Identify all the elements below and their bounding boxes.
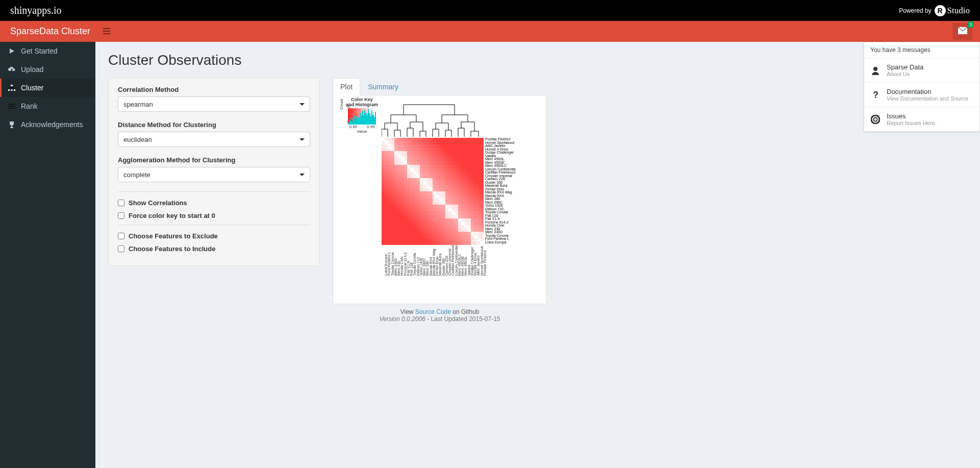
agglomeration-method-select[interactable]: complete	[118, 167, 310, 182]
agglomeration-method-label: Agglomeration Method for Clustering	[118, 156, 310, 164]
svg-rect-7	[8, 89, 10, 91]
color-key-ylabel: Count	[339, 99, 344, 110]
powered-by: Powered by R Studio	[899, 5, 970, 16]
sidebar-item-label: Upload	[21, 65, 43, 73]
envelope-icon	[958, 27, 967, 34]
message-title: Issues	[887, 112, 937, 120]
messages-dropdown: You have 3 messages Sparse DataAbout Us …	[864, 42, 980, 132]
rstudio-logo: R Studio	[935, 5, 970, 16]
exclude-features-checkbox[interactable]: Choose Features to Exclude	[118, 232, 310, 240]
heatmap-plot: Color Keyand Histogram Count 50 0 0.85 0…	[333, 95, 546, 304]
source-code-link[interactable]: Source Code	[415, 308, 451, 315]
include-features-checkbox[interactable]: Choose Features to Include	[118, 245, 310, 253]
force-zero-checkbox[interactable]: Force color key to start at 0	[118, 212, 310, 219]
svg-rect-9	[14, 89, 15, 91]
message-title: Sparse Data	[887, 63, 923, 71]
page-title: Cluster Observations	[108, 52, 967, 68]
sitemap-icon	[8, 85, 16, 91]
checkbox-input[interactable]	[118, 233, 124, 239]
platform-topbar: shinyapps.io Powered by R Studio	[0, 0, 980, 21]
correlation-method-label: Correlation Method	[118, 86, 310, 93]
main-content: You have 3 messages Sparse DataAbout Us …	[95, 42, 980, 468]
footer-version: Version 0.0.2006	[379, 315, 425, 323]
divider	[118, 225, 310, 225]
color-key-xticks: 0.85 0.95	[340, 125, 384, 129]
xtick: 0.95	[367, 125, 375, 129]
svg-marker-4	[10, 48, 14, 54]
color-key: Color Keyand Histogram Count 50 0 0.85 0…	[340, 97, 384, 134]
sidebar-item-get-started[interactable]: Get Started	[0, 42, 95, 60]
user-icon	[870, 66, 881, 75]
checkbox-input[interactable]	[118, 212, 124, 219]
sidebar-item-acknowledgements[interactable]: Acknowledgements	[0, 115, 95, 134]
checkbox-label: Choose Features to Exclude	[129, 232, 218, 240]
sidebar-item-label: Get Started	[21, 47, 58, 55]
color-key-histogram	[348, 108, 376, 125]
correlation-method-value: spearman	[123, 101, 153, 108]
sidebar-item-cluster[interactable]: Cluster	[0, 79, 95, 97]
powered-by-label: Powered by	[899, 7, 931, 14]
correlation-method-select[interactable]: spearman	[118, 96, 310, 112]
tab-plot[interactable]: Plot	[333, 78, 360, 95]
cloud-upload-icon	[8, 66, 16, 72]
list-icon	[8, 103, 16, 109]
svg-point-20	[873, 67, 877, 71]
xtick: 0.85	[349, 125, 357, 129]
chevron-down-icon	[299, 174, 305, 176]
sidebar-toggle-button[interactable]	[103, 28, 110, 36]
heatmap-row-labels: Pontiac FirebirdHornet SportaboutAMC Jav…	[485, 138, 516, 244]
rstudio-text: Studio	[947, 6, 970, 16]
svg-rect-18	[11, 126, 12, 127]
play-icon	[8, 48, 16, 54]
sidebar: Get Started Upload Cluster Rank Acknowle…	[0, 42, 95, 468]
heatmap-col-labels: Lotus EuropaFord Pantera LToyota CoronaM…	[382, 248, 484, 283]
message-item-sparse-data[interactable]: Sparse DataAbout Us	[864, 58, 979, 83]
sidebar-item-label: Acknowledgements	[21, 120, 83, 129]
controls-panel: Correlation Method spearman Distance Met…	[108, 78, 320, 266]
tab-summary[interactable]: Summary	[360, 78, 406, 95]
question-icon: ?	[870, 90, 881, 100]
hamburger-icon	[103, 28, 110, 34]
tabs: Plot Summary	[333, 78, 547, 95]
plot-tab-content: Color Keyand Histogram Count 50 0 0.85 0…	[333, 95, 547, 304]
svg-rect-6	[11, 85, 13, 86]
svg-text:?: ?	[873, 90, 878, 100]
svg-point-22	[871, 115, 880, 124]
distance-method-select[interactable]: euclidean	[118, 132, 310, 147]
checkbox-input[interactable]	[118, 245, 124, 252]
footer-updated: - Last Updated 2015-07-15	[425, 315, 500, 323]
checkbox-label: Show Correlations	[129, 199, 187, 207]
sidebar-item-label: Rank	[21, 102, 38, 110]
color-key-gradient	[348, 108, 376, 125]
platform-brand: shinyapps.io	[10, 5, 62, 16]
chevron-down-icon	[299, 103, 305, 106]
svg-rect-19	[10, 127, 13, 128]
messages-badge: 3	[967, 21, 974, 28]
messages-dropdown-header: You have 3 messages	[864, 42, 979, 58]
rstudio-r-icon: R	[935, 5, 946, 16]
agglomeration-method-value: complete	[123, 171, 150, 179]
sidebar-item-rank[interactable]: Rank	[0, 97, 95, 115]
message-item-issues[interactable]: IssuesReport Issues Here.	[864, 107, 979, 131]
message-desc: About Us	[887, 71, 923, 77]
footer: View Source Code on Github Version 0.0.2…	[333, 308, 547, 323]
sidebar-item-label: Cluster	[21, 84, 43, 92]
messages-button[interactable]: 3	[953, 23, 972, 40]
heatmap-grid	[382, 138, 484, 245]
checkbox-input[interactable]	[118, 200, 124, 206]
footer-on-github: on Github	[451, 308, 479, 315]
show-correlations-checkbox[interactable]: Show Correlations	[118, 199, 310, 207]
sidebar-item-upload[interactable]: Upload	[0, 60, 95, 79]
checkbox-label: Force color key to start at 0	[129, 212, 215, 219]
life-ring-icon	[870, 115, 881, 124]
column-dendrogram	[382, 98, 484, 137]
message-desc: Report Issues Here.	[887, 120, 937, 126]
distance-method-label: Distance Method for Clustering	[118, 121, 310, 129]
app-title[interactable]: SparseData Cluster	[0, 26, 95, 37]
svg-point-23	[874, 117, 877, 121]
app-header: SparseData Cluster 3	[0, 21, 980, 42]
output-panel: Plot Summary Color Keyand Histogram Coun…	[333, 78, 547, 323]
divider	[118, 191, 310, 192]
message-item-documentation[interactable]: ? DocumentationView Documentation and So…	[864, 83, 979, 107]
message-desc: View Documentation and Source	[887, 95, 968, 102]
